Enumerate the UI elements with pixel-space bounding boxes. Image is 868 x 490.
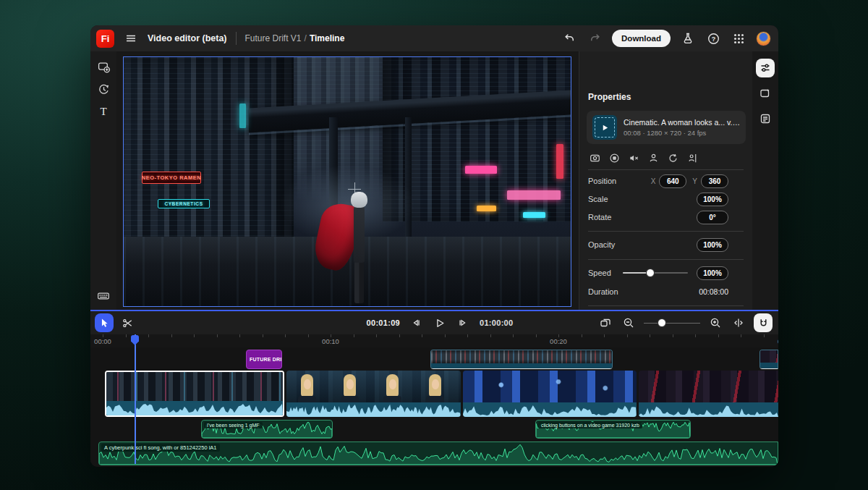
audio-clip-sfx[interactable]: clicking buttons on a video game 31920 k… <box>535 420 691 439</box>
panel-title: Properties <box>588 92 631 102</box>
video-clip-4[interactable] <box>639 371 778 417</box>
export-media-icon[interactable] <box>756 84 775 103</box>
magnet-snap-button[interactable] <box>754 313 773 332</box>
mute-audio-icon[interactable] <box>627 151 640 164</box>
speed-slider-knob[interactable] <box>646 269 655 277</box>
y-axis-label: Y <box>692 177 697 185</box>
cut-tool-icon[interactable] <box>118 313 137 332</box>
ruler-label: 00:30 <box>778 337 778 345</box>
audio-clip-speech[interactable]: I've been seeing 1 gMF <box>201 420 333 439</box>
speed-row: Speed 100% <box>579 266 753 280</box>
character-icon[interactable] <box>647 151 660 164</box>
overlap-clips-icon[interactable] <box>597 315 613 331</box>
selected-clip-card[interactable]: Cinematic. A woman looks a... v.lfgenvid… <box>587 111 746 144</box>
topbar-divider <box>236 32 237 45</box>
keyboard-shortcuts-icon[interactable] <box>95 288 111 304</box>
pose-track-icon[interactable] <box>686 151 699 164</box>
breadcrumb-page: Timeline <box>310 33 344 43</box>
left-toolbar: T <box>90 51 116 310</box>
redo-icon[interactable] <box>587 30 603 46</box>
video-settings-icon[interactable] <box>588 151 601 164</box>
breadcrumb-project[interactable]: Future Drift V1 <box>245 33 302 43</box>
overlay-video-clip[interactable] <box>430 350 613 369</box>
timeline-zoom-slider[interactable] <box>644 318 700 327</box>
experiments-flask-icon[interactable] <box>680 30 696 46</box>
clip-action-row <box>588 151 699 164</box>
clip-audio-strip <box>431 363 612 368</box>
zoom-slider-track <box>644 323 700 324</box>
neon-sign-ramen: NEO-TOKYO RAMEN <box>142 172 201 184</box>
history-icon[interactable] <box>95 81 111 97</box>
duration-row: Duration 00:08:00 <box>579 284 753 299</box>
anchor-crosshair <box>348 182 361 195</box>
clip-card-text: Cinematic. A woman looks a... v.lfgenvid… <box>624 118 740 137</box>
help-glyph: ? <box>711 35 715 42</box>
title-clip[interactable]: FUTURE DRI <box>246 350 282 369</box>
neon-bar <box>465 166 497 174</box>
audio-clip-label: clicking buttons on a video game 31920 k… <box>538 422 642 428</box>
opacity-label: Opacity <box>588 240 697 249</box>
download-button[interactable]: Download <box>612 30 671 47</box>
frame-forward-icon[interactable] <box>456 315 472 331</box>
clip-thumbnail-strip <box>463 371 637 402</box>
position-y-input[interactable]: 360 <box>701 174 728 188</box>
playhead-snap-icon[interactable] <box>731 315 746 331</box>
timeline-panel: 00:01:09 01:00:00 <box>90 310 778 467</box>
video-clip-2[interactable] <box>286 371 461 417</box>
play-icon[interactable] <box>432 315 448 331</box>
rotate-input[interactable]: 0° <box>697 211 728 224</box>
speed-label: Speed <box>588 269 623 277</box>
video-clip-1-selected[interactable] <box>105 371 284 417</box>
notes-icon[interactable] <box>756 109 775 128</box>
video-preview[interactable]: NEO-TOKYO RAMEN CYBERNETICS <box>123 56 571 307</box>
timeline-ruler[interactable]: 00:00 00:10 00:20 00:30 <box>90 334 778 347</box>
avatar[interactable] <box>756 31 771 46</box>
menu-icon[interactable] <box>123 30 139 46</box>
duration-label: Duration <box>588 287 699 296</box>
right-rail <box>752 51 778 310</box>
text-tool-icon[interactable]: T <box>95 104 111 119</box>
scale-input[interactable]: 100% <box>697 193 728 206</box>
ruler-label: 00:10 <box>322 337 339 345</box>
video-clip-3[interactable] <box>463 371 637 417</box>
clip-name: Cinematic. A woman looks a... v.lfgenvid <box>624 118 740 127</box>
position-x-input[interactable]: 640 <box>659 174 686 188</box>
current-timecode: 00:01:09 <box>367 318 400 327</box>
top-bar: Fi Video editor (beta) Future Drift V1/T… <box>90 25 778 51</box>
properties-tab-icon[interactable] <box>756 59 775 77</box>
clip-thumbnail-strip <box>760 350 778 363</box>
zoom-out-icon[interactable] <box>621 315 637 331</box>
zoom-slider-knob[interactable] <box>658 318 666 327</box>
refresh-icon[interactable] <box>666 151 679 164</box>
apps-grid-icon[interactable] <box>731 30 746 46</box>
app-title: Video editor (beta) <box>148 33 227 43</box>
select-tool-button[interactable] <box>95 313 114 332</box>
stop-frame-icon[interactable] <box>608 151 621 164</box>
panel-divider <box>588 259 744 260</box>
undo-icon[interactable] <box>561 30 577 46</box>
ruler-label: 00:00 <box>94 337 111 345</box>
speed-input[interactable]: 100% <box>697 266 728 280</box>
audio-clip-music[interactable]: A cyberpunk sci fi song, with or 8512422… <box>98 442 778 465</box>
audio-clip-label: I've been seeing 1 gMF <box>204 422 263 428</box>
speed-slider[interactable] <box>623 269 688 277</box>
help-icon[interactable]: ? <box>705 30 721 46</box>
overlay-clip-fragment[interactable] <box>760 350 778 369</box>
thumbnail-face <box>301 374 313 397</box>
x-axis-label: X <box>651 177 656 185</box>
neon-sign-cybernetics: CYBERNETICS <box>158 199 210 208</box>
add-media-icon[interactable] <box>95 59 111 75</box>
rotate-label: Rotate <box>588 213 697 221</box>
timeline-tracks: FUTURE DRI <box>90 347 778 467</box>
neon-bar <box>477 206 496 211</box>
zoom-in-icon[interactable] <box>707 315 723 331</box>
frame-back-icon[interactable] <box>408 315 424 331</box>
clip-waveform <box>639 402 778 417</box>
figure-shadow <box>338 304 383 307</box>
opacity-input[interactable]: 100% <box>697 238 728 252</box>
transport-controls: 00:01:09 01:00:00 <box>367 311 514 334</box>
text-tool-glyph: T <box>100 106 106 118</box>
neon-bar <box>523 212 545 218</box>
panel-divider <box>588 231 744 232</box>
total-duration: 01:00:00 <box>480 318 513 327</box>
